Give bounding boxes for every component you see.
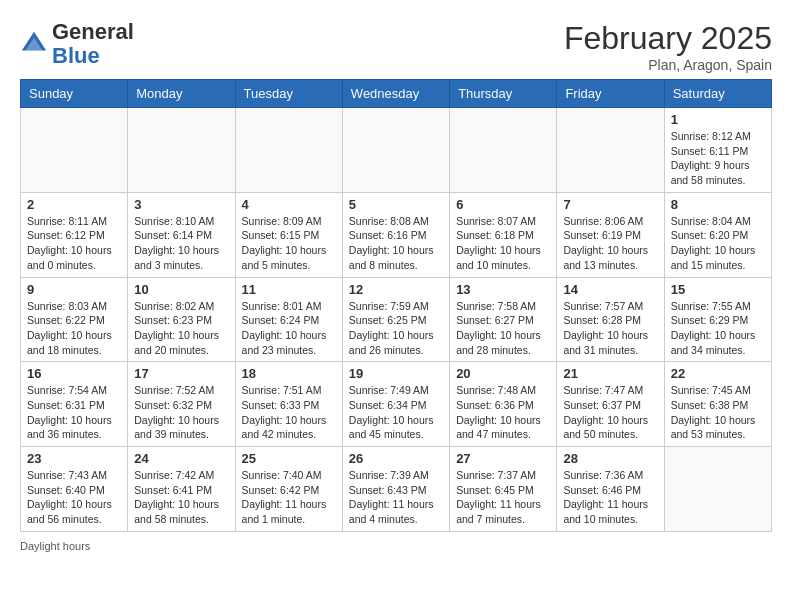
day-number: 22: [671, 366, 765, 381]
day-number: 21: [563, 366, 657, 381]
day-info: Sunrise: 7:58 AM Sunset: 6:27 PM Dayligh…: [456, 299, 550, 358]
calendar-day-16: 16Sunrise: 7:54 AM Sunset: 6:31 PM Dayli…: [21, 362, 128, 447]
empty-day-cell: [235, 108, 342, 193]
day-info: Sunrise: 8:06 AM Sunset: 6:19 PM Dayligh…: [563, 214, 657, 273]
calendar-week-row: 16Sunrise: 7:54 AM Sunset: 6:31 PM Dayli…: [21, 362, 772, 447]
day-info: Sunrise: 8:12 AM Sunset: 6:11 PM Dayligh…: [671, 129, 765, 188]
day-info: Sunrise: 7:55 AM Sunset: 6:29 PM Dayligh…: [671, 299, 765, 358]
day-number: 25: [242, 451, 336, 466]
day-header-friday: Friday: [557, 80, 664, 108]
day-number: 1: [671, 112, 765, 127]
calendar-day-3: 3Sunrise: 8:10 AM Sunset: 6:14 PM Daylig…: [128, 192, 235, 277]
day-info: Sunrise: 8:11 AM Sunset: 6:12 PM Dayligh…: [27, 214, 121, 273]
calendar-week-row: 2Sunrise: 8:11 AM Sunset: 6:12 PM Daylig…: [21, 192, 772, 277]
calendar-day-24: 24Sunrise: 7:42 AM Sunset: 6:41 PM Dayli…: [128, 447, 235, 532]
calendar-week-row: 23Sunrise: 7:43 AM Sunset: 6:40 PM Dayli…: [21, 447, 772, 532]
day-number: 15: [671, 282, 765, 297]
day-info: Sunrise: 7:45 AM Sunset: 6:38 PM Dayligh…: [671, 383, 765, 442]
empty-day-cell: [21, 108, 128, 193]
calendar-day-12: 12Sunrise: 7:59 AM Sunset: 6:25 PM Dayli…: [342, 277, 449, 362]
day-info: Sunrise: 8:03 AM Sunset: 6:22 PM Dayligh…: [27, 299, 121, 358]
day-info: Sunrise: 8:08 AM Sunset: 6:16 PM Dayligh…: [349, 214, 443, 273]
day-info: Sunrise: 7:47 AM Sunset: 6:37 PM Dayligh…: [563, 383, 657, 442]
calendar-day-9: 9Sunrise: 8:03 AM Sunset: 6:22 PM Daylig…: [21, 277, 128, 362]
day-header-thursday: Thursday: [450, 80, 557, 108]
calendar-day-17: 17Sunrise: 7:52 AM Sunset: 6:32 PM Dayli…: [128, 362, 235, 447]
day-info: Sunrise: 7:51 AM Sunset: 6:33 PM Dayligh…: [242, 383, 336, 442]
day-number: 10: [134, 282, 228, 297]
calendar-day-28: 28Sunrise: 7:36 AM Sunset: 6:46 PM Dayli…: [557, 447, 664, 532]
day-number: 19: [349, 366, 443, 381]
day-number: 27: [456, 451, 550, 466]
day-number: 6: [456, 197, 550, 212]
day-info: Sunrise: 8:07 AM Sunset: 6:18 PM Dayligh…: [456, 214, 550, 273]
day-info: Sunrise: 8:09 AM Sunset: 6:15 PM Dayligh…: [242, 214, 336, 273]
calendar-day-20: 20Sunrise: 7:48 AM Sunset: 6:36 PM Dayli…: [450, 362, 557, 447]
calendar-day-10: 10Sunrise: 8:02 AM Sunset: 6:23 PM Dayli…: [128, 277, 235, 362]
day-number: 17: [134, 366, 228, 381]
day-number: 28: [563, 451, 657, 466]
day-info: Sunrise: 7:39 AM Sunset: 6:43 PM Dayligh…: [349, 468, 443, 527]
day-info: Sunrise: 7:40 AM Sunset: 6:42 PM Dayligh…: [242, 468, 336, 527]
day-number: 16: [27, 366, 121, 381]
page-header: General Blue February 2025 Plan, Aragon,…: [20, 20, 772, 73]
day-number: 4: [242, 197, 336, 212]
calendar-day-1: 1Sunrise: 8:12 AM Sunset: 6:11 PM Daylig…: [664, 108, 771, 193]
calendar-day-26: 26Sunrise: 7:39 AM Sunset: 6:43 PM Dayli…: [342, 447, 449, 532]
day-number: 8: [671, 197, 765, 212]
logo-blue-text: Blue: [52, 43, 100, 68]
day-number: 3: [134, 197, 228, 212]
calendar-day-19: 19Sunrise: 7:49 AM Sunset: 6:34 PM Dayli…: [342, 362, 449, 447]
day-info: Sunrise: 7:43 AM Sunset: 6:40 PM Dayligh…: [27, 468, 121, 527]
title-area: February 2025 Plan, Aragon, Spain: [564, 20, 772, 73]
footer-note: Daylight hours: [20, 540, 772, 552]
calendar-day-2: 2Sunrise: 8:11 AM Sunset: 6:12 PM Daylig…: [21, 192, 128, 277]
calendar-day-4: 4Sunrise: 8:09 AM Sunset: 6:15 PM Daylig…: [235, 192, 342, 277]
day-info: Sunrise: 7:49 AM Sunset: 6:34 PM Dayligh…: [349, 383, 443, 442]
day-number: 13: [456, 282, 550, 297]
calendar-day-18: 18Sunrise: 7:51 AM Sunset: 6:33 PM Dayli…: [235, 362, 342, 447]
calendar-day-6: 6Sunrise: 8:07 AM Sunset: 6:18 PM Daylig…: [450, 192, 557, 277]
day-header-saturday: Saturday: [664, 80, 771, 108]
day-number: 26: [349, 451, 443, 466]
calendar-day-13: 13Sunrise: 7:58 AM Sunset: 6:27 PM Dayli…: [450, 277, 557, 362]
day-info: Sunrise: 7:42 AM Sunset: 6:41 PM Dayligh…: [134, 468, 228, 527]
logo-general-text: General: [52, 19, 134, 44]
calendar-day-22: 22Sunrise: 7:45 AM Sunset: 6:38 PM Dayli…: [664, 362, 771, 447]
day-number: 20: [456, 366, 550, 381]
day-info: Sunrise: 8:01 AM Sunset: 6:24 PM Dayligh…: [242, 299, 336, 358]
day-info: Sunrise: 7:37 AM Sunset: 6:45 PM Dayligh…: [456, 468, 550, 527]
day-number: 9: [27, 282, 121, 297]
calendar-day-11: 11Sunrise: 8:01 AM Sunset: 6:24 PM Dayli…: [235, 277, 342, 362]
calendar-day-21: 21Sunrise: 7:47 AM Sunset: 6:37 PM Dayli…: [557, 362, 664, 447]
day-number: 5: [349, 197, 443, 212]
calendar-day-25: 25Sunrise: 7:40 AM Sunset: 6:42 PM Dayli…: [235, 447, 342, 532]
day-number: 14: [563, 282, 657, 297]
calendar-header-row: SundayMondayTuesdayWednesdayThursdayFrid…: [21, 80, 772, 108]
empty-day-cell: [557, 108, 664, 193]
day-info: Sunrise: 7:57 AM Sunset: 6:28 PM Dayligh…: [563, 299, 657, 358]
day-info: Sunrise: 7:59 AM Sunset: 6:25 PM Dayligh…: [349, 299, 443, 358]
day-info: Sunrise: 7:54 AM Sunset: 6:31 PM Dayligh…: [27, 383, 121, 442]
calendar-day-8: 8Sunrise: 8:04 AM Sunset: 6:20 PM Daylig…: [664, 192, 771, 277]
day-number: 18: [242, 366, 336, 381]
calendar-day-5: 5Sunrise: 8:08 AM Sunset: 6:16 PM Daylig…: [342, 192, 449, 277]
calendar-week-row: 1Sunrise: 8:12 AM Sunset: 6:11 PM Daylig…: [21, 108, 772, 193]
day-info: Sunrise: 7:36 AM Sunset: 6:46 PM Dayligh…: [563, 468, 657, 527]
day-number: 24: [134, 451, 228, 466]
location: Plan, Aragon, Spain: [564, 57, 772, 73]
day-number: 2: [27, 197, 121, 212]
day-info: Sunrise: 8:10 AM Sunset: 6:14 PM Dayligh…: [134, 214, 228, 273]
day-number: 7: [563, 197, 657, 212]
calendar-day-27: 27Sunrise: 7:37 AM Sunset: 6:45 PM Dayli…: [450, 447, 557, 532]
day-number: 23: [27, 451, 121, 466]
day-header-wednesday: Wednesday: [342, 80, 449, 108]
calendar-day-14: 14Sunrise: 7:57 AM Sunset: 6:28 PM Dayli…: [557, 277, 664, 362]
day-info: Sunrise: 7:48 AM Sunset: 6:36 PM Dayligh…: [456, 383, 550, 442]
logo: General Blue: [20, 20, 134, 68]
empty-day-cell: [342, 108, 449, 193]
calendar-day-15: 15Sunrise: 7:55 AM Sunset: 6:29 PM Dayli…: [664, 277, 771, 362]
empty-day-cell: [450, 108, 557, 193]
day-number: 11: [242, 282, 336, 297]
day-info: Sunrise: 8:04 AM Sunset: 6:20 PM Dayligh…: [671, 214, 765, 273]
